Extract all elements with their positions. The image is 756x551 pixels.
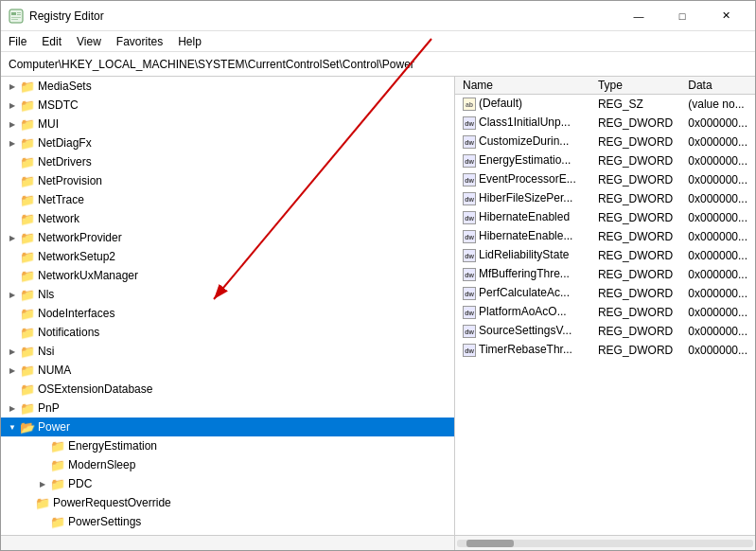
expand-networkProvider[interactable]: ▶ xyxy=(5,230,20,245)
expand-msdtc[interactable]: ▶ xyxy=(5,98,20,113)
tree-item-nsi[interactable]: ▶ 📁 Nsi xyxy=(1,342,454,361)
tree-item-powerRequestOverride[interactable]: 📁 PowerRequestOverride xyxy=(1,493,454,512)
tree-label-nls: Nls xyxy=(38,288,54,301)
tree-item-msdtc[interactable]: ▶ 📁 MSDTC xyxy=(1,96,454,115)
tree-label-netDiagFx: NetDiagFx xyxy=(38,136,92,150)
menu-view[interactable]: View xyxy=(69,31,109,51)
cell-type: REG_SZ xyxy=(590,95,680,114)
tree-item-nodeInterfaces[interactable]: 📁 NodeInterfaces xyxy=(1,304,454,323)
table-row[interactable]: dwClass1InitialUnp...REG_DWORD0x000000..… xyxy=(455,114,755,133)
reg-type-icon: dw xyxy=(463,116,476,130)
title-bar: Registry Editor — □ ✕ xyxy=(1,1,755,31)
table-row[interactable]: dwHibernateEnable...REG_DWORD0x000000... xyxy=(455,227,755,246)
reg-type-icon: dw xyxy=(463,211,476,224)
cell-type: REG_DWORD xyxy=(590,265,680,284)
cell-data: 0x000000... xyxy=(680,208,755,227)
expand-netDiagFx[interactable]: ▶ xyxy=(5,135,20,151)
tree-item-netDiagFx[interactable]: ▶ 📁 NetDiagFx xyxy=(1,133,454,152)
menu-edit[interactable]: Edit xyxy=(34,31,69,51)
cell-name: dwHibernateEnabled xyxy=(455,208,590,227)
reg-type-icon: dw xyxy=(463,154,476,168)
tree-item-nls[interactable]: ▶ 📁 Nls xyxy=(1,285,454,304)
tree-item-netProvision[interactable]: 📁 NetProvision xyxy=(1,171,454,190)
svg-rect-4 xyxy=(11,17,21,18)
tree-label-nsi: Nsi xyxy=(38,345,54,358)
tree-label-netProvision: NetProvision xyxy=(38,174,102,187)
scroll-track[interactable] xyxy=(457,540,753,547)
tree-item-mui[interactable]: ▶ 📁 MUI xyxy=(1,115,454,133)
cell-data: 0x000000... xyxy=(680,303,755,322)
tree-label-msdtc: MSDTC xyxy=(38,98,79,112)
table-row[interactable]: dwSourceSettingsV...REG_DWORD0x000000... xyxy=(455,322,755,341)
scroll-thumb[interactable] xyxy=(466,540,514,547)
folder-icon: 📁 xyxy=(20,400,35,416)
cell-data: 0x000000... xyxy=(680,189,755,208)
expand-numa[interactable]: ▶ xyxy=(5,363,20,378)
cell-type: REG_DWORD xyxy=(590,303,680,322)
close-button[interactable]: ✕ xyxy=(704,1,747,31)
tree-item-pdc[interactable]: ▶ 📁 PDC xyxy=(1,474,454,493)
tree-label-network: Network xyxy=(38,212,79,225)
maximize-button[interactable]: □ xyxy=(660,1,704,31)
tree-item-network[interactable]: 📁 Network xyxy=(1,209,454,228)
svg-rect-5 xyxy=(11,19,18,20)
tree-item-mediaSets[interactable]: ▶ 📁 MediaSets xyxy=(1,77,454,96)
tree-item-networkProvider[interactable]: ▶ 📁 NetworkProvider xyxy=(1,228,454,247)
expand-mediaSets[interactable]: ▶ xyxy=(5,79,20,94)
table-row[interactable]: dwEnergyEstimatio...REG_DWORD0x000000... xyxy=(455,151,755,170)
tree-item-netDrivers[interactable]: 📁 NetDrivers xyxy=(1,152,454,171)
cell-name: dwCustomizeDurin... xyxy=(455,133,590,151)
menu-help[interactable]: Help xyxy=(170,31,209,51)
tree-item-numa[interactable]: ▶ 📁 NUMA xyxy=(1,361,454,380)
tree-item-netTrace[interactable]: 📁 NetTrace xyxy=(1,190,454,209)
tree-label-netDrivers: NetDrivers xyxy=(38,155,92,169)
tree-label-energyEstimation: EnergyEstimation xyxy=(68,439,157,453)
expand-power[interactable]: ▼ xyxy=(5,419,20,435)
expand-nls[interactable]: ▶ xyxy=(5,287,20,302)
tree-label-mediaSets: MediaSets xyxy=(38,80,92,93)
table-row[interactable]: ab(Default)REG_SZ(value no... xyxy=(455,95,755,114)
menu-favorites[interactable]: Favorites xyxy=(109,31,170,51)
table-row[interactable]: dwPlatformAoAcO...REG_DWORD0x000000... xyxy=(455,303,755,322)
tree-item-powerSettings[interactable]: 📁 PowerSettings xyxy=(1,512,454,531)
table-row[interactable]: dwEventProcessorE...REG_DWORD0x000000... xyxy=(455,170,755,189)
folder-icon: 📁 xyxy=(50,457,65,472)
tree-item-modernSleep[interactable]: 📁 ModernSleep xyxy=(1,455,454,474)
expand-pdc[interactable]: ▶ xyxy=(35,476,50,491)
folder-icon: 📁 xyxy=(20,135,35,151)
folder-icon: 📁 xyxy=(20,98,35,113)
expand-pnp[interactable]: ▶ xyxy=(5,400,20,416)
table-row[interactable]: dwHiberFileSizePer...REG_DWORD0x000000..… xyxy=(455,189,755,208)
tree-label-powerRequestOverride: PowerRequestOverride xyxy=(53,496,171,509)
detail-table: Name Type Data ab(Default)REG_SZ(value n… xyxy=(455,77,755,360)
tree-item-networkUxManager[interactable]: 📁 NetworkUxManager xyxy=(1,266,454,285)
table-row[interactable]: dwMfBufferingThre...REG_DWORD0x000000... xyxy=(455,265,755,284)
tree-item-energyEstimation[interactable]: 📁 EnergyEstimation xyxy=(1,436,454,455)
cell-name: dwSourceSettingsV... xyxy=(455,322,590,341)
folder-open-icon: 📂 xyxy=(20,419,35,435)
tree-pane[interactable]: ▶ 📁 MediaSets ▶ 📁 MSDTC ▶ 📁 MUI ▶ 📁 NetD… xyxy=(1,77,455,535)
cell-data: 0x000000... xyxy=(680,170,755,189)
expand-nsi[interactable]: ▶ xyxy=(5,344,20,359)
menu-file[interactable]: File xyxy=(1,31,34,51)
tree-item-notifications[interactable]: 📁 Notifications xyxy=(1,323,454,342)
address-text: Computer\HKEY_LOCAL_MACHINE\SYSTEM\Curre… xyxy=(9,58,414,71)
tree-label-modernSleep: ModernSleep xyxy=(68,458,135,471)
folder-icon: 📁 xyxy=(50,514,65,529)
table-row[interactable]: dwHibernateEnabledREG_DWORD0x000000... xyxy=(455,208,755,227)
cell-name: dwHibernateEnable... xyxy=(455,227,590,246)
tree-item-osExtensionDatabase[interactable]: 📁 OSExtensionDatabase xyxy=(1,380,454,399)
tree-item-pnp[interactable]: ▶ 📁 PnP xyxy=(1,399,454,418)
cell-type: REG_DWORD xyxy=(590,284,680,303)
cell-type: REG_DWORD xyxy=(590,246,680,265)
table-row[interactable]: dwTimerRebaseThr...REG_DWORD0x000000... xyxy=(455,341,755,360)
minimize-button[interactable]: — xyxy=(617,1,660,31)
table-row[interactable]: dwPerfCalculateAc...REG_DWORD0x000000... xyxy=(455,284,755,303)
table-row[interactable]: dwCustomizeDurin...REG_DWORD0x000000... xyxy=(455,133,755,151)
tree-item-power[interactable]: ▼ 📂 Power xyxy=(1,418,454,436)
tree-label-osExtensionDatabase: OSExtensionDatabase xyxy=(38,382,152,396)
tree-item-networkSetup2[interactable]: 📁 NetworkSetup2 xyxy=(1,247,454,266)
cell-name: ab(Default) xyxy=(455,95,590,114)
expand-mui[interactable]: ▶ xyxy=(5,116,20,132)
table-row[interactable]: dwLidReliabilityStateREG_DWORD0x000000..… xyxy=(455,246,755,265)
